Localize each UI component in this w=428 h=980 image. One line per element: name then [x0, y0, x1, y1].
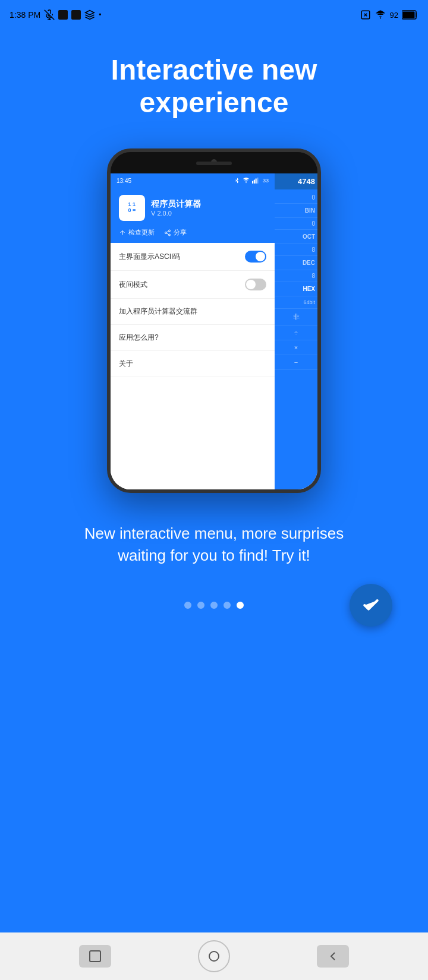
bottom-nav: [0, 932, 428, 980]
upload-icon: [119, 229, 126, 236]
menu-label-night: 夜间模式: [119, 280, 147, 290]
phone-mockup: 13:45 33 1 10 = 程序员计算: [107, 148, 321, 493]
headline: Interactive new experience: [36, 53, 392, 119]
toggle-night[interactable]: [245, 279, 266, 290]
home-icon: [207, 949, 221, 963]
menu-item-ascii[interactable]: 主界面显示ASCII码: [111, 243, 275, 271]
dot-4[interactable]: [224, 602, 231, 609]
toggle-ascii[interactable]: [245, 251, 266, 263]
menu-item-night[interactable]: 夜间模式: [111, 271, 275, 299]
menu-label-howto: 应用怎么用?: [119, 333, 159, 343]
calc-number: 4748: [277, 177, 315, 186]
x-icon: [360, 10, 371, 20]
calc-hex[interactable]: HEX: [275, 282, 317, 296]
phone-wifi: [243, 178, 250, 184]
status-bar-right: 92: [360, 10, 418, 20]
dot-5[interactable]: [237, 602, 244, 609]
menu-label-group: 加入程序员计算器交流群: [119, 306, 197, 317]
phone-app-header: 1 10 = 程序员计算器 V 2.0.0 检查更新: [111, 188, 275, 243]
dot-1[interactable]: [184, 602, 191, 609]
calc-hex-val: 8: [275, 270, 317, 282]
wifi-icon: [374, 10, 386, 20]
phone-header-actions: 检查更新 分享: [119, 227, 266, 237]
headline-line1: Interactive new: [111, 54, 317, 86]
svg-point-17: [165, 232, 167, 233]
battery-icon: [402, 10, 418, 20]
dot-3[interactable]: [210, 602, 218, 609]
svg-marker-3: [86, 11, 95, 15]
battery-level: 92: [390, 11, 398, 20]
phone-share[interactable]: 分享: [164, 228, 187, 237]
notification-dot: •: [99, 11, 101, 19]
phone-left-panel: 13:45 33 1 10 = 程序员计算: [111, 173, 275, 489]
calc-op-sub[interactable]: −: [275, 355, 317, 370]
calc-right-val: 0: [275, 192, 317, 204]
menu-item-howto[interactable]: 应用怎么用?: [111, 325, 275, 351]
svg-rect-11: [252, 181, 253, 184]
svg-rect-13: [256, 179, 257, 184]
recent-icon: [88, 949, 102, 963]
calc-bits: 64bit: [275, 296, 317, 309]
phone-app-info: 1 10 = 程序员计算器 V 2.0.0: [119, 195, 266, 221]
svg-rect-9: [403, 12, 415, 18]
phone-app-details: 程序员计算器 V 2.0.0: [151, 199, 201, 217]
calc-op-not[interactable]: 非: [275, 309, 317, 325]
check-icon: [361, 596, 380, 615]
svg-rect-21: [90, 951, 100, 962]
share-icon: [164, 229, 171, 236]
nav-recent-button[interactable]: [79, 945, 111, 968]
status-bar-left: 1:38 PM •: [10, 10, 101, 20]
calc-oct-val: 0: [275, 218, 317, 230]
status-bar: 1:38 PM • 92: [0, 0, 428, 30]
calc-oct[interactable]: OCT: [275, 230, 317, 244]
dot-2[interactable]: [197, 602, 204, 609]
svg-rect-14: [257, 178, 258, 184]
phone-notch: [111, 152, 317, 173]
check-button[interactable]: [350, 584, 392, 627]
phone-app-name: 程序员计算器: [151, 199, 201, 210]
phone-menu: 主界面显示ASCII码 夜间模式 加入程序员计算器交流群 应用怎么用? 关于: [111, 243, 275, 489]
svg-line-20: [166, 231, 168, 232]
svg-point-18: [169, 234, 171, 236]
menu-label-ascii: 主界面显示ASCII码: [119, 252, 180, 262]
svg-point-10: [246, 182, 247, 184]
calc-dec[interactable]: DEC: [275, 256, 317, 270]
svg-point-22: [209, 951, 219, 961]
menu-item-group[interactable]: 加入程序员计算器交流群: [111, 299, 275, 325]
phone-screen: 13:45 33 1 10 = 程序员计算: [111, 173, 317, 489]
phone-check-update[interactable]: 检查更新: [119, 228, 155, 237]
pagination: [12, 602, 416, 609]
nav-home-button[interactable]: [198, 940, 230, 972]
menu-label-about: 关于: [119, 359, 133, 369]
calc-bin[interactable]: BIN: [275, 204, 317, 218]
status-time: 1:38 PM: [10, 10, 40, 20]
layers-icon: [84, 10, 95, 20]
svg-line-19: [166, 233, 168, 235]
headline-line2: experience: [140, 87, 289, 118]
phone-inner-time: 13:45: [117, 178, 131, 184]
calc-op-div[interactable]: ÷: [275, 325, 317, 340]
phone-speaker: [196, 162, 232, 165]
sq-icon-1: [58, 10, 68, 20]
svg-point-16: [169, 230, 171, 232]
mute-icon: [44, 10, 55, 20]
phone-battery: 33: [263, 178, 269, 184]
phone-app-icon: 1 10 =: [119, 195, 145, 221]
calc-display: 4748: [275, 173, 317, 189]
share-label: 分享: [174, 228, 187, 237]
check-update-label: 检查更新: [128, 228, 155, 237]
phone-inner-status: 13:45 33: [111, 173, 275, 188]
svg-rect-12: [254, 180, 255, 184]
calc-op-mul[interactable]: ×: [275, 340, 317, 355]
phone-right-panel: 4748 0 BIN 0 OCT 8 DEC 8 HEX 64bit 非 ÷ ×…: [275, 173, 317, 489]
description-text: New interactive menu, more surprises wai…: [48, 523, 380, 566]
nav-back-button[interactable]: [317, 945, 349, 968]
sq-icon-2: [71, 10, 81, 20]
menu-item-about[interactable]: 关于: [111, 351, 275, 377]
main-content: Interactive new experience 13:45 33: [0, 30, 428, 932]
phone-app-version: V 2.0.0: [151, 210, 201, 217]
svg-point-7: [379, 17, 380, 18]
back-icon: [326, 949, 340, 963]
phone-bluetooth: [234, 178, 240, 184]
phone-signal: [252, 178, 260, 184]
